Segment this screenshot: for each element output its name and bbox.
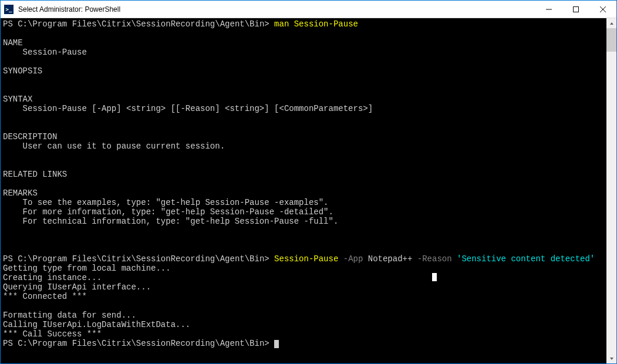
window-titlebar: >_ Select Administrator: PowerShell [1,1,616,18]
vertical-scrollbar[interactable] [606,18,616,363]
command-flag: -Reason [412,254,457,264]
help-remarks-line: For more information, type: "get-help Se… [3,207,333,217]
scroll-down-button[interactable] [606,353,616,363]
scrollbar-track[interactable] [606,28,616,353]
command-flag: -App [338,254,367,264]
prompt-suffix: > [264,19,274,29]
command-arg: 'Sensitive content detected' [457,254,595,264]
scroll-up-button[interactable] [606,18,616,28]
prompt-suffix: > [264,254,274,264]
output-line: Formatting data for send... [3,311,136,320]
help-desc-line: User can use it to pause current session… [3,141,225,151]
scrollbar-thumb[interactable] [606,28,616,52]
command-name: Session-Pause [274,254,338,264]
prompt-prefix: PS [3,254,18,264]
close-button[interactable] [589,1,616,18]
help-syntax-header: SYNTAX [3,95,32,104]
maximize-button[interactable] [562,1,589,18]
powershell-icon: >_ [4,5,14,14]
output-line: *** Connected *** [3,292,87,301]
window-title: Select Administrator: PowerShell [17,5,535,14]
command-text: man Session-Pause [274,19,358,29]
command-arg: Notepad++ [368,254,413,264]
terminal-output[interactable]: PS C:\Program Files\Citrix\SessionRecord… [1,18,606,363]
help-remarks-line: For technical information, type: "get-he… [3,217,338,226]
output-line: Querying IUserApi interface... [3,282,151,292]
prompt-path: C:\Program Files\Citrix\SessionRecording… [18,339,264,348]
output-line: Creating instance... [3,273,102,282]
help-related-header: RELATED LINKS [3,170,67,179]
output-line: Calling IUserApi.LogDataWithExtData... [3,320,190,329]
help-desc-header: DESCRIPTION [3,132,57,141]
prompt-suffix: > [264,339,274,348]
prompt-path: C:\Program Files\Citrix\SessionRecording… [18,254,264,264]
help-syntax-line: Session-Pause [-App] <string> [[-Reason]… [3,104,373,113]
minimize-button[interactable] [535,1,562,18]
output-line: Getting type from local machine... [3,264,171,273]
text-cursor [274,340,279,348]
help-name-line: Session-Pause [3,48,87,57]
help-name-header: NAME [3,38,23,48]
output-line: *** Call Success *** [3,329,102,339]
help-remarks-line: To see the examples, type: "get-help Ses… [3,198,329,207]
prompt-prefix: PS [3,19,18,29]
prompt-path: C:\Program Files\Citrix\SessionRecording… [18,19,264,29]
window-buttons [535,1,616,18]
help-synopsis-header: SYNOPSIS [3,66,42,76]
svg-rect-1 [574,6,579,12]
selection-cursor [432,273,437,281]
prompt-prefix: PS [3,339,18,348]
help-remarks-header: REMARKS [3,188,38,198]
